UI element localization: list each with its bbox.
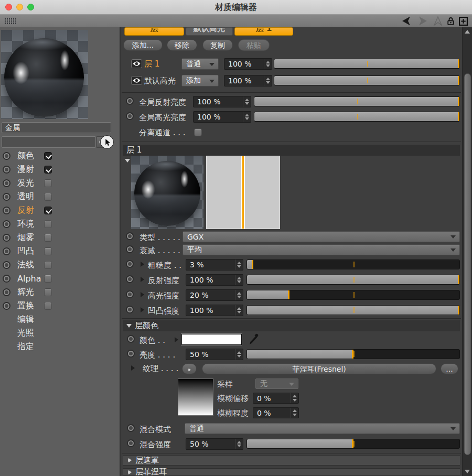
channel-dot-icon[interactable] [3,152,10,160]
scroll-down-icon[interactable] [465,470,470,473]
channel-row[interactable]: 辉光 [0,285,120,299]
channel-dot-icon[interactable] [3,220,10,228]
animation-dot-icon[interactable] [126,290,134,298]
channel-checkbox[interactable] [44,302,52,310]
texture-expand-button[interactable] [182,363,197,374]
copy-layer-button[interactable]: 复制 [202,39,233,51]
specular-opacity-slider[interactable] [274,75,460,85]
stepper-arrows[interactable] [235,349,243,360]
layer-fresnel-section[interactable]: 层菲涅耳 [123,468,460,476]
channel-checkbox[interactable] [44,234,52,242]
color-swatch[interactable] [181,334,242,345]
channel-dot-icon[interactable] [3,234,10,242]
animation-dot-icon[interactable] [126,112,134,120]
tab-default-specular[interactable]: 默认高光 [186,27,233,36]
channel-row[interactable]: 法线 [0,258,120,272]
channel-dot-icon[interactable] [3,247,10,255]
channel-checkbox[interactable] [44,207,52,214]
back-arrow-icon[interactable] [401,16,412,26]
forward-arrow-icon[interactable] [417,16,428,26]
scroll-up-icon[interactable] [465,30,470,34]
expand-triangle-icon[interactable] [141,277,144,282]
global-specular-slider[interactable] [254,112,460,122]
channel-row[interactable]: 凹凸 [0,244,120,258]
add-panel-icon[interactable] [459,17,468,26]
animation-dot-icon[interactable] [126,275,134,283]
mix-strength-slider[interactable] [246,439,460,449]
stepper-arrows[interactable] [235,439,243,449]
layer-color-section-header[interactable]: 层颜色 [123,320,460,331]
expand-triangle-icon[interactable] [131,365,135,371]
mix-mode-dropdown[interactable]: 普通 [185,423,460,434]
global-reflection-slider[interactable] [254,96,460,106]
channel-dot-icon[interactable] [3,275,10,283]
stepper-arrows[interactable] [235,275,243,285]
stepper-arrows[interactable] [291,393,298,403]
expand-triangle-icon[interactable] [175,337,178,342]
add-layer-button[interactable]: 添加... [123,39,163,51]
animation-dot-icon[interactable] [126,97,134,105]
scrollbar-thumb[interactable] [464,73,471,455]
texture-gradient-thumb[interactable] [178,378,213,416]
separate-pass-checkbox[interactable] [194,128,202,136]
global-specular-field[interactable]: 100 % [193,111,251,123]
channel-dot-icon[interactable] [3,193,10,201]
eyedropper-icon[interactable] [248,333,260,345]
stepper-arrows[interactable] [243,96,251,107]
page-item-assign[interactable]: 指定 [0,340,120,353]
channel-checkbox[interactable] [44,166,52,174]
lock-icon[interactable] [447,16,454,26]
animation-dot-icon[interactable] [127,335,135,343]
layer1-opacity-slider[interactable] [274,59,460,69]
pick-material-button[interactable] [100,135,114,149]
specular-opacity-field[interactable]: 100 % [224,75,272,86]
animation-dot-icon[interactable] [127,350,135,358]
channel-row[interactable]: 漫射 [0,163,120,176]
layer1-opacity-field[interactable]: 100 % [224,58,272,70]
page-item-edit[interactable]: 编辑 [0,312,120,326]
animation-dot-icon[interactable] [126,245,134,253]
channel-row[interactable]: 烟雾 [0,231,120,244]
gradient-knot[interactable] [241,156,245,229]
vertical-scrollbar[interactable] [462,27,472,476]
channel-checkbox[interactable] [44,179,52,187]
search-input[interactable] [2,136,96,148]
specular-strength-slider[interactable] [246,290,460,300]
channel-dot-icon[interactable] [3,207,10,214]
channel-checkbox[interactable] [44,288,52,296]
texture-browse-button[interactable]: ... [441,363,458,374]
specular-strength-field[interactable]: 20 % [186,289,243,301]
layer-mask-section[interactable]: 层遮罩 [123,455,460,466]
channel-checkbox[interactable] [44,247,52,255]
expand-triangle-icon[interactable] [141,262,144,267]
channel-dot-icon[interactable] [3,166,10,174]
collapse-triangle-icon[interactable] [125,159,130,163]
channel-row[interactable]: 颜色 [0,149,120,163]
bump-strength-slider[interactable] [246,305,460,315]
mix-strength-field[interactable]: 50 % [186,438,243,450]
channel-dot-icon[interactable] [3,302,10,310]
page-item-illumination[interactable]: 光照 [0,326,120,340]
paste-layer-button[interactable]: 粘贴 [238,39,270,51]
channel-dot-icon[interactable] [3,288,10,296]
specular-blend-mode-dropdown[interactable]: 添加 [181,75,219,86]
global-reflection-field[interactable]: 100 % [193,96,251,107]
material-name-field[interactable]: 金属 [2,122,111,133]
attenuation-dropdown[interactable]: 平均 [183,244,460,255]
layer-preview-sphere-thumb[interactable] [131,156,203,229]
animation-dot-icon[interactable] [126,232,134,240]
type-dropdown[interactable]: GGX [183,231,460,242]
layer-name[interactable]: 层 1 [144,59,159,69]
channel-dot-icon[interactable] [3,179,10,187]
stepper-arrows[interactable] [235,305,243,316]
animation-dot-icon[interactable] [127,424,135,432]
channel-checkbox[interactable] [44,220,52,228]
channel-row[interactable]: 置换 [0,299,120,312]
tab-layer-1[interactable]: 层 1 [234,27,293,36]
tab-layers[interactable]: 层 [124,27,184,36]
brightness-field[interactable]: 50 % [186,349,243,360]
animation-dot-icon[interactable] [126,260,134,268]
channel-row[interactable]: 发光 [0,176,120,190]
stepper-arrows[interactable] [243,112,251,122]
remove-layer-button[interactable]: 移除 [167,39,197,51]
